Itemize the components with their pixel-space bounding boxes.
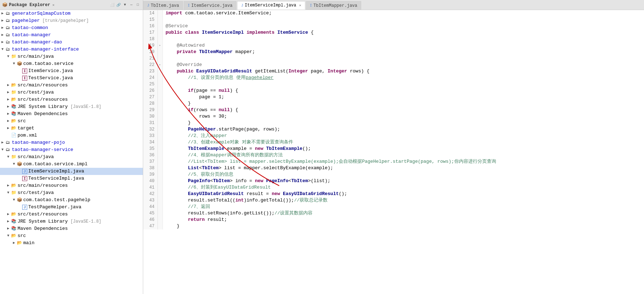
code-line-31: 31 } (143, 120, 644, 126)
code-line-35: 35 TbItemExample example = new TbItemExa… (143, 146, 644, 152)
tree-item-ItemService-java[interactable]: IItemService.java (0, 67, 143, 75)
tree-label-ItemServiceImpl-java: ItemServiceImpl.java (28, 168, 84, 175)
editor-tab-bar: J TbItem.java I ItemService.java J ItemS… (143, 0, 644, 10)
tree-item-taotao-manager-service[interactable]: ▼🗂taotao-manager-service (0, 146, 143, 153)
tree-item-main[interactable]: ▶📂main (0, 240, 143, 247)
sidebar-header: 📦 Package Explorer ✕ ⬜ 🔗 ▼ — □ (0, 0, 143, 10)
code-line-30: 30 rows = 30; (143, 113, 644, 120)
tab-TbItemMapper[interactable]: I TbItemMapper.java (306, 1, 361, 10)
code-line-20: 20 private TbItemMapper mapper; (143, 49, 644, 55)
maximize-icon[interactable]: □ (135, 2, 141, 8)
package-icon: 📦 (2, 2, 8, 8)
minimize-icon[interactable]: — (129, 2, 134, 8)
tab-close-ItemServiceImpl[interactable]: ✕ (299, 3, 301, 8)
tree-label-maven-dependencies2: Maven Dependencies (18, 226, 68, 232)
editor-area: J TbItem.java I ItemService.java J ItemS… (143, 0, 644, 294)
tree-item-taotao-manager-interface[interactable]: ▼🗂taotao-manager-interface (0, 46, 143, 53)
file-tree: ▶🗂generatorSqlmapCustom▶🗂pagehelper [tru… (0, 10, 143, 294)
tree-label-src: src (18, 118, 26, 124)
tree-item-jre-system-library[interactable]: ▶📚JRE System Library [JavaSE-1.8] (0, 103, 143, 110)
tree-label-pom-xml: pom.xml (18, 132, 37, 139)
tree-label-TestServiceImpl-java: TestServiceImpl.java (28, 175, 84, 182)
code-line-14: 14 import com.taotao.service.ItemService… (143, 10, 644, 16)
tree-item-src-test-java[interactable]: ▶📁src/test/java (0, 89, 143, 96)
tree-label-taotao-manager: taotao-manager (12, 32, 51, 38)
package-explorer-panel: 📦 Package Explorer ✕ ⬜ 🔗 ▼ — □ ▶🗂generat… (0, 0, 143, 294)
sidebar-title-suffix: ✕ (52, 3, 54, 7)
tree-label-src-main-java2: src/main/java (18, 154, 54, 160)
tree-label-main: main (23, 240, 34, 246)
tree-item-src-main-java2[interactable]: ▼📁src/main/java (0, 153, 143, 161)
sidebar-title: 📦 Package Explorer ✕ (2, 2, 54, 8)
tree-item-TestService-java[interactable]: ITestService.java (0, 75, 143, 82)
collapse-all-icon[interactable]: ⬜ (109, 2, 115, 8)
tree-item-com-taotao-service[interactable]: ▼📦com.taotao.service (0, 60, 143, 67)
code-line-46: 46 return result; (143, 217, 644, 223)
view-menu-icon[interactable]: ▼ (122, 2, 128, 8)
code-line-36: 36 //4、根据mapper调用查询所有的数据的方法 (143, 152, 644, 158)
code-line-39: 39 //5、获取分页的信息 (143, 171, 644, 178)
tree-label-maven-dependencies: Maven Dependencies (18, 111, 68, 117)
tab-ItemService[interactable]: I ItemService.java (184, 1, 236, 10)
tree-item-src-test-resources[interactable]: ▶📂src/test/resources (0, 96, 143, 103)
tree-label-src-test-resources2: src/test/resources (18, 211, 68, 218)
tree-label-com-taotao-service-impl: com.taotao.service.impl (23, 161, 87, 167)
tree-item-pom-xml[interactable]: 📄pom.xml (0, 132, 143, 139)
tab-label-ItemServiceImpl: ItemServiceImpl.java (244, 3, 296, 8)
tree-item-com-taotao-service-impl[interactable]: ▼📦com.taotao.service.impl (0, 161, 143, 168)
tree-item-maven-dependencies2[interactable]: ▶📚Maven Dependencies (0, 225, 143, 232)
sidebar-toolbar: ⬜ 🔗 ▼ — □ (109, 2, 141, 8)
code-line-38: 38 List<TbItem> list = mapper.selectByEx… (143, 165, 644, 171)
tab-icon-TbItemMapper: I (310, 4, 312, 8)
tree-item-taotao-manager-dao[interactable]: ▶🗂taotao-manager-dao (0, 39, 143, 46)
tab-TbItem[interactable]: J TbItem.java (143, 1, 183, 10)
code-line-22: 22 ▸ @Override (143, 62, 644, 68)
code-editor[interactable]: 14 import com.taotao.service.ItemService… (143, 10, 644, 294)
link-editor-icon[interactable]: 🔗 (116, 2, 121, 8)
code-line-17: 17 public class ItemServiceImpl implemen… (143, 29, 644, 36)
code-line-21: 21 (143, 55, 644, 62)
tree-label-src2: src (18, 233, 26, 239)
tree-label-jre-system-library2: JRE System Library [JavaSE-1.8] (18, 218, 101, 225)
code-line-27: 27 page = 1; (143, 94, 644, 100)
tree-item-ItemServiceImpl-java[interactable]: JItemServiceImpl.java (0, 168, 143, 175)
code-line-15: 15 (143, 16, 644, 23)
tree-item-src[interactable]: ▶📂src (0, 118, 143, 125)
tree-label-taotao-manager-service: taotao-manager-service (12, 147, 73, 153)
tab-label-TbItem: TbItem.java (151, 3, 179, 8)
tree-label-src-test-java: src/test/java (18, 89, 54, 96)
tree-item-taotao-common[interactable]: ▶🗂taotao-common (0, 24, 143, 32)
tree-item-src-main-resources[interactable]: ▶📂src/main/resources (0, 82, 143, 89)
tree-label-taotao-manager-dao: taotao-manager-dao (12, 39, 62, 46)
tree-item-TestServiceImpl-java[interactable]: ITestServiceImpl.java (0, 175, 143, 182)
tree-item-src-main-resources2[interactable]: ▶📂src/main/resources (0, 182, 143, 189)
tab-icon-ItemServiceImpl: J (241, 4, 243, 8)
tree-item-pagehelper[interactable]: ▶🗂pagehelper [trunk/pagehelper] (0, 17, 143, 24)
tree-item-maven-dependencies[interactable]: ▶📚Maven Dependencies (0, 110, 143, 118)
sidebar-title-label: Package Explorer (9, 3, 50, 8)
tree-label-TestPageHelper-java: TestPageHelper.java (28, 204, 81, 210)
code-line-19: 19 ▸ @Autowired (143, 42, 644, 49)
code-line-47: 47 } (143, 223, 644, 229)
tree-label-src-main-java: src/main/java (18, 53, 54, 60)
tab-icon-TbItem: J (147, 4, 149, 8)
tree-item-taotao-manager[interactable]: ▶🗂taotao-manager (0, 32, 143, 39)
tree-item-src-test-java2[interactable]: ▼📁src/test/java (0, 189, 143, 196)
tree-item-TestPageHelper-java[interactable]: JTestPageHelper.java (0, 204, 143, 211)
tree-item-taotao-manager-pojo[interactable]: ▶🗂taotao-manager-pojo (0, 139, 143, 146)
tree-item-target[interactable]: ▶📂target (0, 125, 143, 132)
tree-label-pagehelper: pagehelper [trunk/pagehelper] (12, 18, 89, 24)
tree-item-src-main-java[interactable]: ▼📁src/main/java (0, 53, 143, 60)
code-line-24: 24 //1、设置分页的信息 使用pagehelper (143, 75, 644, 81)
tree-item-src2[interactable]: ▼📂src (0, 232, 143, 240)
code-line-32: 32 PageHelper.startPage(page, rows); (143, 126, 644, 133)
code-line-26: 26 if(page == null) { (143, 87, 644, 94)
code-line-33: 33 //2、注入mapper (143, 133, 644, 139)
tree-label-src-main-resources: src/main/resources (18, 82, 68, 89)
tree-item-generatorSqlmapCustom[interactable]: ▶🗂generatorSqlmapCustom (0, 10, 143, 17)
code-line-16: 16 @Service (143, 23, 644, 29)
tree-item-src-test-resources2[interactable]: ▶📂src/test/resources (0, 211, 143, 218)
tab-ItemServiceImpl[interactable]: J ItemServiceImpl.java ✕ (237, 1, 305, 10)
tree-item-jre-system-library2[interactable]: ▶📚JRE System Library [JavaSE-1.8] (0, 218, 143, 225)
tree-item-com-taotao-test-pagehelp[interactable]: ▼📦com.taotao.test.pagehelp (0, 196, 143, 204)
